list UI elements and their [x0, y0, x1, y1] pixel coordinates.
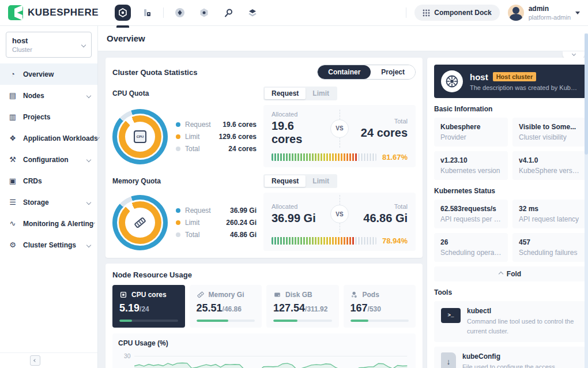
node-card-title: Node Resource Usage [112, 271, 416, 279]
cpu-tab-request[interactable]: Request [265, 88, 306, 99]
limit-dot [176, 220, 180, 225]
cpu-quota-usage-bar [272, 153, 376, 161]
cluster-selector-chevron-icon [81, 42, 86, 47]
workbench-icon[interactable] [139, 5, 155, 21]
cluster-management-icon[interactable] [115, 5, 131, 21]
memory-allocated-value: 36.99 Gi [272, 212, 320, 225]
sidebar-collapse-button[interactable] [30, 355, 40, 366]
kubernetes-status-grid: 62.583requests/s API requests per second… [434, 200, 586, 262]
cluster-name: host [470, 72, 488, 82]
cluster-selector[interactable]: host Cluster [6, 32, 92, 58]
memory-quota-compare-panel: Allocated 36.99 Gi VS Total 46.86 Gi [263, 193, 416, 251]
node-resource-usage-card: Node Resource Usage CPU cores 5.19/24 Me… [105, 264, 423, 368]
sidebar-item-cluster-settings[interactable]: ⚙ Cluster Settings [0, 234, 97, 256]
request-dot [176, 122, 180, 127]
total-dot [176, 232, 180, 237]
vs-divider: VS [328, 198, 351, 230]
cpu-usage-chart: CPU Usage (%) 010203005:44:2907:20:2908:… [112, 333, 416, 368]
page-title: Overview [107, 33, 145, 43]
top-nav-icons [115, 5, 261, 21]
total-dot [176, 147, 180, 151]
quota-card-title: Cluster Quota Statistics [112, 68, 197, 77]
sidebar-item-application-workloads[interactable]: ❖ Application Workloads [0, 127, 97, 149]
fold-chevron-icon [499, 272, 503, 276]
page-scrollbar-thumb[interactable] [585, 33, 588, 155]
cpu-usage-chart-title: CPU Usage (%) [118, 339, 410, 347]
layers-icon[interactable] [244, 5, 261, 21]
cpu-quota-donut-area: CPU Request19.6 cores Limit129.6 cores T… [112, 106, 257, 167]
application-workloads-icon: ❖ [8, 134, 17, 142]
user-name: admin [529, 5, 571, 14]
toggle-container[interactable]: Container [318, 65, 371, 79]
kubernetes-status-label: Kubernetes Status [434, 187, 586, 195]
sidebar-item-monitoring-alerting[interactable]: ∿ Monitoring & Alerting [0, 213, 97, 234]
vs-divider: VS [328, 113, 351, 144]
configuration-chevron-icon [86, 157, 91, 162]
topbar-divider [163, 7, 164, 18]
cluster-hero[interactable]: host Host cluster The description was cr… [434, 65, 586, 98]
info-tile-visibility: Visible to Some... Cluster visibility [512, 118, 586, 147]
cpu-request-limit-tabs[interactable]: Request Limit [263, 87, 337, 100]
cpu-tab-limit[interactable]: Limit [306, 88, 336, 99]
user-menu[interactable]: admin platform-admin [508, 5, 580, 21]
kubectl-tool[interactable]: >_ kubectl Command line tool used to con… [434, 301, 586, 342]
user-caret-icon [575, 12, 580, 14]
kubesphere-logo[interactable]: KUBESPHERE [0, 5, 107, 20]
search-icon[interactable] [220, 5, 236, 21]
overview-icon: ◔ [8, 70, 17, 78]
sidebar-item-projects[interactable]: ▥ Projects [0, 106, 97, 127]
sidebar-item-overview[interactable]: ◔ Overview [0, 63, 97, 85]
cpu-quota-compare-panel: Allocated 19.6 cores VS Total 24 cores [263, 105, 416, 167]
sidebar-item-storage[interactable]: ☰ Storage [0, 191, 97, 213]
configuration-icon: ⚒ [8, 155, 17, 164]
cpu-quota-section: CPU Quota Request Limit CPU [112, 87, 416, 167]
memory-tab-request[interactable]: Request [265, 175, 306, 187]
top-bar: KUBESPHERE [0, 0, 588, 26]
topbar-right: Component Dock admin platform-admin [406, 5, 588, 21]
component-dock-label: Component Dock [434, 9, 491, 17]
extensions-icon[interactable] [196, 5, 212, 21]
container-project-toggle[interactable]: Container Project [317, 65, 416, 80]
projects-icon: ▥ [8, 112, 17, 121]
fold-button[interactable]: Fold [434, 266, 586, 281]
kubeconfig-tool[interactable]: ↓ kubeConfig File used to configure the … [434, 347, 586, 368]
cpu-icon [119, 291, 127, 299]
cluster-selector-type: Cluster [12, 46, 82, 53]
cluster-description: The description was created by KubeSpher… [470, 84, 579, 91]
right-column: host Host cluster The description was cr… [427, 58, 588, 362]
user-role: platform-admin [529, 14, 571, 21]
app-store-icon[interactable] [172, 5, 188, 21]
cpu-quota-title: CPU Quota [112, 89, 257, 97]
page-scrollbar[interactable] [585, 33, 588, 368]
tools-label: Tools [434, 288, 586, 296]
tile-disk[interactable]: Disk GB 127.54/311.92 [266, 285, 339, 328]
cpu-quota-percent: 81.67% [382, 153, 408, 162]
tile-cpu-cores[interactable]: CPU cores 5.19/24 [112, 285, 185, 328]
status-tile-scheduling-failures: 457 Scheduling failures [512, 233, 586, 262]
cpu-usage-plot: 010203005:44:2907:20:2908:56:2910:32:291… [118, 350, 410, 368]
sidebar-item-nodes[interactable]: ▤ Nodes [0, 85, 97, 106]
kubesphere-logo-icon [8, 5, 23, 20]
cpu-chip-icon: CPU [134, 130, 146, 143]
toggle-project[interactable]: Project [371, 65, 415, 79]
component-dock-button[interactable]: Component Dock [414, 5, 499, 21]
kubeconfig-file-icon: ↓ [441, 352, 456, 368]
kubectl-terminal-icon: >_ [441, 308, 461, 323]
tile-memory[interactable]: Memory Gi 25.51/46.86 [190, 285, 262, 328]
tile-pods[interactable]: Pods 167/530 [344, 285, 416, 328]
memory-quota-percent: 78.94% [382, 236, 408, 245]
storage-icon: ☰ [8, 198, 17, 206]
kubesphere-logo-text: KUBESPHERE [28, 7, 99, 18]
memory-quota-donut [112, 195, 168, 250]
sidebar-item-crds[interactable]: ▣ CRDs [0, 170, 97, 191]
memory-stick-icon [133, 215, 148, 230]
memory-request-limit-tabs[interactable]: Request Limit [263, 174, 337, 188]
cpu-total-value: 24 cores [359, 126, 408, 140]
nodes-chevron-icon [86, 93, 91, 97]
cluster-info-card: host Host cluster The description was cr… [427, 58, 588, 368]
main-header: Overview [98, 26, 588, 51]
node-usage-tiles: CPU cores 5.19/24 Memory Gi 25.51/46.86 … [112, 285, 416, 328]
memory-tab-limit[interactable]: Limit [306, 175, 336, 187]
sidebar-item-configuration[interactable]: ⚒ Configuration [0, 149, 97, 170]
cluster-selector-name: host [12, 36, 82, 45]
